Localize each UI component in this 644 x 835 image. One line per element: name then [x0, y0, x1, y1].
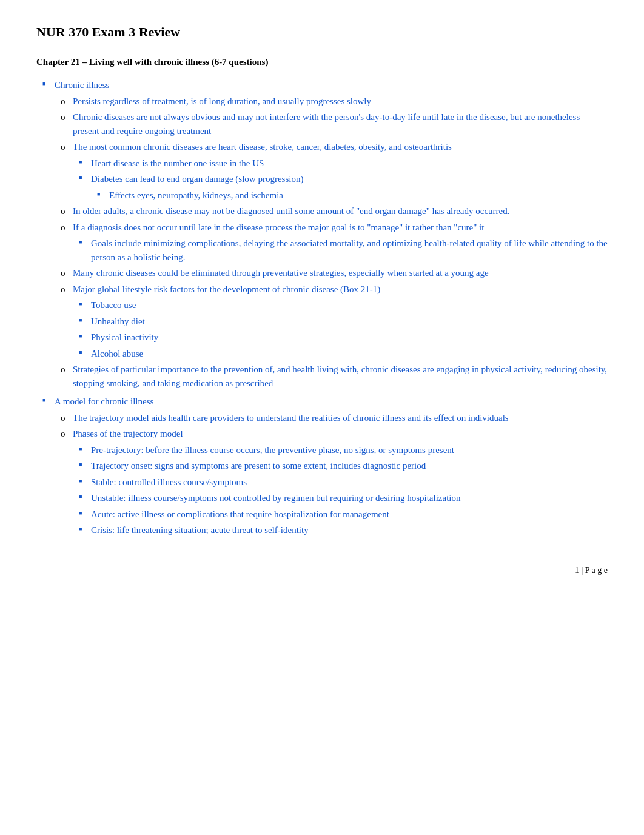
list-item: If a diagnosis does not occur until late… [73, 221, 608, 264]
level3-list: Pre-trajectory: before the illness cours… [73, 443, 608, 537]
item-text: Goals include minimizing complications, … [91, 238, 608, 262]
item-text: Stable: controlled illness course/sympto… [91, 477, 247, 487]
list-item-chronic-illness: Chronic illness Persists regardless of t… [55, 78, 608, 390]
item-text: Pre-trajectory: before the illness cours… [91, 445, 454, 455]
item-text: Heart disease is the number one issue in… [91, 158, 264, 168]
list-item: Crisis: life threatening situation; acut… [91, 523, 608, 537]
item-text: Persists regardless of treatment, is of … [73, 96, 371, 106]
model-subitems: The trajectory model aids health care pr… [55, 411, 608, 537]
level4-list: Effects eyes, neuropathy, kidneys, and i… [91, 189, 608, 203]
list-item: Stable: controlled illness course/sympto… [91, 475, 608, 489]
list-item: Heart disease is the number one issue in… [91, 156, 608, 170]
list-item: The trajectory model aids health care pr… [73, 411, 608, 425]
item-text: Chronic diseases are not always obvious … [73, 112, 580, 136]
item-text: The most common chronic diseases are hea… [73, 142, 452, 152]
page-title: NUR 370 Exam 3 Review [36, 24, 608, 40]
top-level-list: Chronic illness Persists regardless of t… [36, 78, 608, 537]
list-item: Diabetes can lead to end organ damage (s… [91, 172, 608, 202]
list-item-model-chronic-illness: A model for chronic illness The trajecto… [55, 395, 608, 537]
page-footer: 1 | P a g e [36, 562, 608, 575]
list-item: Major global lifestyle risk factors for … [73, 283, 608, 361]
item-text: Strategies of particular importance to t… [73, 364, 607, 388]
item-text: Alcohol abuse [91, 349, 143, 358]
list-item: Tobacco use [91, 298, 608, 312]
list-item: The most common chronic diseases are hea… [73, 140, 608, 202]
level3-list: Goals include minimizing complications, … [73, 236, 608, 264]
chronic-illness-subitems: Persists regardless of treatment, is of … [55, 95, 608, 391]
item-text: Diabetes can lead to end organ damage (s… [91, 174, 303, 184]
list-item: Unstable: illness course/symptoms not co… [91, 491, 608, 505]
item-text: Trajectory onset: signs and symptoms are… [91, 461, 426, 471]
list-item: Physical inactivity [91, 330, 608, 344]
list-item: Many chronic diseases could be eliminate… [73, 266, 608, 280]
list-item: Strategies of particular importance to t… [73, 363, 608, 390]
list-item: Alcohol abuse [91, 347, 608, 361]
list-item: Phases of the trajectory model Pre-traje… [73, 427, 608, 537]
item-text: Tobacco use [91, 300, 136, 310]
list-item: In older adults, a chronic disease may n… [73, 204, 608, 218]
level3-list: Tobacco use Unhealthy diet Physical inac… [73, 298, 608, 360]
list-item: Persists regardless of treatment, is of … [73, 95, 608, 109]
item-text: Many chronic diseases could be eliminate… [73, 268, 489, 278]
item-text: Unstable: illness course/symptoms not co… [91, 493, 460, 503]
item-text: The trajectory model aids health care pr… [73, 413, 509, 423]
item-text: In older adults, a chronic disease may n… [73, 206, 510, 216]
list-item: Trajectory onset: signs and symptoms are… [91, 459, 608, 473]
item-text: If a diagnosis does not occur until late… [73, 223, 484, 232]
item-text: Effects eyes, neuropathy, kidneys, and i… [109, 190, 283, 200]
level3-list: Heart disease is the number one issue in… [73, 156, 608, 203]
list-item: Acute: active illness or complications t… [91, 508, 608, 521]
item-text: Unhealthy diet [91, 317, 145, 326]
item-text: Crisis: life threatening situation; acut… [91, 525, 309, 535]
list-item: Unhealthy diet [91, 315, 608, 329]
section-label-chronic-illness: Chronic illness [55, 80, 109, 90]
list-item: Effects eyes, neuropathy, kidneys, and i… [109, 189, 608, 203]
list-item: Goals include minimizing complications, … [91, 236, 608, 264]
item-text: Major global lifestyle risk factors for … [73, 284, 380, 294]
list-item: Chronic diseases are not always obvious … [73, 110, 608, 138]
section-label-model: A model for chronic illness [55, 397, 153, 406]
item-text: Physical inactivity [91, 332, 158, 342]
item-text: Acute: active illness or complications t… [91, 509, 389, 519]
item-text: Phases of the trajectory model [73, 429, 183, 438]
chapter-heading: Chapter 21 – Living well with chronic il… [36, 57, 608, 67]
list-item: Pre-trajectory: before the illness cours… [91, 443, 608, 457]
